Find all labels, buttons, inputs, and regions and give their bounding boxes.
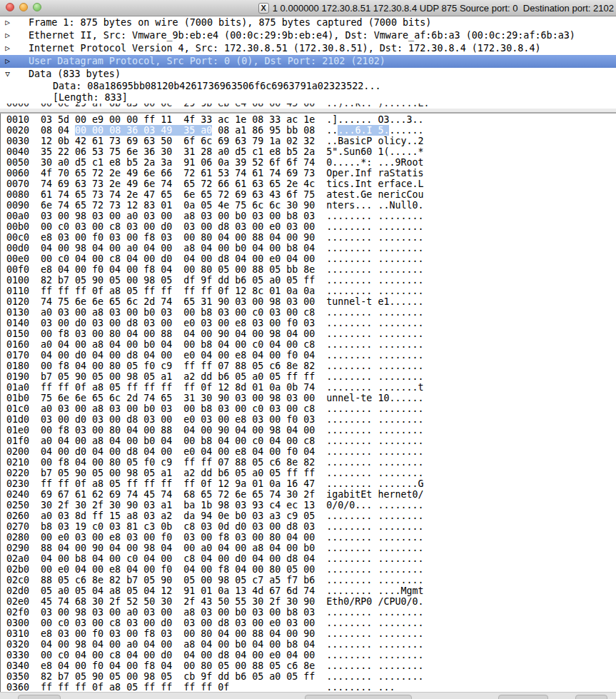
hex-row[interactable]: 0270 b8 03 19 c0 03 81 c3 0b c8 03 0d d0… xyxy=(6,521,616,532)
hex-text: 02a0 xyxy=(6,553,41,564)
minimize-button[interactable] xyxy=(19,3,28,11)
hex-row[interactable]: 0210 00 f8 04 00 80 05 f0 c9 ff ff 07 88… xyxy=(6,457,616,468)
hex-row[interactable]: 0060 4f 70 65 72 2e 49 6e 66 72 61 53 74… xyxy=(6,168,616,178)
hex-text: 0260 xyxy=(6,511,41,521)
hex-text: 0050 xyxy=(6,157,41,168)
tree-row[interactable]: [Length: 833] xyxy=(0,92,616,104)
hex-text: 00 f8 03 00 80 04 00 88 04 00 90 04 00 9… xyxy=(41,425,315,436)
hex-row[interactable]: 0030 12 0b 42 61 73 69 63 50 6f 6c 69 63… xyxy=(6,136,616,146)
hex-row[interactable]: 0120 74 75 6e 6e 65 6c 2d 74 65 31 90 03… xyxy=(6,296,616,307)
expander-expanded-icon[interactable]: ▽ xyxy=(2,68,13,81)
hex-row[interactable]: 00e0 00 c0 04 00 c8 04 00 d0 04 00 d8 04… xyxy=(6,253,616,264)
hex-row[interactable]: 0080 61 74 65 73 74 2e 47 65 6e 65 72 69… xyxy=(6,189,616,200)
hex-text: 0/0/0... ........ xyxy=(326,500,423,511)
hex-row[interactable]: 0110 ff ff ff 0f a8 05 ff ff ff ff 0f 12… xyxy=(6,286,616,296)
splitter-handle[interactable] xyxy=(0,109,616,114)
pane-splitter[interactable]: 0000 00 0c 29 af 6b a3 00 0c 29 9b eb e4… xyxy=(0,104,616,114)
zoom-button[interactable] xyxy=(33,3,41,11)
hex-text xyxy=(315,478,326,489)
hex-row[interactable]: 0230 ff ff 0f a8 05 ff ff ff ff 0f 12 9a… xyxy=(6,478,616,489)
hex-row[interactable]: 00d0 04 00 98 04 00 a0 04 00 a8 04 00 b0… xyxy=(6,243,616,253)
hex-text: ff ff ff 0f a8 05 ff ff ff ff 0f 12 8c 0… xyxy=(41,286,315,296)
hex-row[interactable]: 0310 e8 03 00 f0 03 00 f8 03 00 80 04 00… xyxy=(6,628,616,639)
hex-row[interactable]: 0130 a0 03 00 a8 03 00 b0 03 00 b8 03 00… xyxy=(6,307,616,318)
close-button[interactable] xyxy=(6,3,14,11)
hex-row[interactable]: 01a0 ff ff 0f a8 05 ff ff ff ff 0f 12 8d… xyxy=(6,382,616,393)
hex-row[interactable]: 01f0 a0 04 00 a8 04 00 b0 04 00 b8 04 00… xyxy=(6,436,616,446)
hex-row[interactable]: 01e0 00 f8 03 00 80 04 00 88 04 00 90 04… xyxy=(6,425,616,436)
hex-row[interactable]: 0010 03 5d 00 e9 00 00 ff 11 4f 33 ac 1e… xyxy=(6,114,616,125)
expander-collapsed-icon[interactable]: ▷ xyxy=(2,55,13,68)
hex-text xyxy=(315,682,326,693)
hex-row[interactable]: 0040 35 22 06 53 75 6e 36 30 31 28 a0 d5… xyxy=(6,146,616,157)
hex-text: 05 a0 05 04 a8 05 04 12 91 01 0a 13 4d 6… xyxy=(41,585,315,596)
hex-row[interactable]: 00b0 00 c0 03 00 c8 03 00 d0 03 00 d8 03… xyxy=(6,221,616,232)
hex-row[interactable]: 0200 04 00 d0 04 00 d8 04 00 e0 04 00 e8… xyxy=(6,446,616,457)
hex-text: 0350 xyxy=(6,671,41,682)
hex-text: 0340 xyxy=(6,660,41,671)
hex-text: 0230 xyxy=(6,478,41,489)
expander-collapsed-icon[interactable]: ▷ xyxy=(2,29,13,42)
hex-row[interactable]: 0330 00 c0 04 00 c8 04 00 d0 04 00 d8 04… xyxy=(6,650,616,660)
hex-row[interactable]: 01c0 a0 03 00 a8 03 00 b0 03 00 b8 03 00… xyxy=(6,403,616,414)
hex-row[interactable]: 0150 00 f8 03 00 80 04 00 88 04 00 90 04… xyxy=(6,328,616,339)
expander-collapsed-icon[interactable]: ▷ xyxy=(2,16,13,29)
hex-row[interactable]: 0220 b7 05 90 05 00 98 05 a1 a2 dd b6 05… xyxy=(6,468,616,478)
hex-row[interactable]: 0090 6e 74 65 72 73 12 83 01 0a 05 4e 75… xyxy=(6,200,616,211)
tree-row[interactable]: Data: 08a18695bb08120b4261736963506f6c69… xyxy=(0,81,616,92)
tree-row[interactable]: ▷Ethernet II, Src: Vmware_9b:eb:e4 (00:0… xyxy=(0,29,616,42)
hex-row[interactable]: 0250 30 2f 30 2f 30 90 03 a1 ba 1b 98 03… xyxy=(6,500,616,511)
hex-row[interactable]: 02b0 00 e0 04 00 e8 04 00 f0 04 00 f8 04… xyxy=(6,564,616,575)
hex-row[interactable]: 0300 00 c0 03 00 c8 03 00 d0 03 00 d8 03… xyxy=(6,618,616,628)
expander-collapsed-icon[interactable]: ▷ xyxy=(2,42,13,55)
hex-row[interactable]: 00f0 e8 04 00 f0 04 00 f8 04 00 80 05 00… xyxy=(6,264,616,275)
hex-row[interactable]: 0100 82 b7 05 90 05 00 98 05 df 9f dd b6… xyxy=(6,275,616,286)
hex-text: ........ ........ xyxy=(326,350,423,361)
status-bar-strip xyxy=(0,692,616,699)
hex-text: 0280 xyxy=(6,532,41,543)
hex-row[interactable]: 0190 b7 05 90 05 00 98 05 a1 a2 dd b6 05… xyxy=(6,371,616,382)
tree-row[interactable]: ▷Frame 1: 875 bytes on wire (7000 bits),… xyxy=(0,16,616,29)
hex-row[interactable]: 00c0 e8 03 00 f0 03 00 f8 03 00 80 04 00… xyxy=(6,232,616,243)
hex-row[interactable]: 00a0 03 00 98 03 00 a0 03 00 a8 03 00 b0… xyxy=(6,211,616,221)
hex-row[interactable]: 02f0 03 00 98 03 00 a0 03 00 a8 03 00 b0… xyxy=(6,607,616,618)
hex-text: ........ ........ xyxy=(326,414,423,425)
hex-text: ........ ........ xyxy=(326,618,423,628)
hex-row[interactable]: 0180 00 f8 04 00 80 05 f0 c9 ff ff 07 88… xyxy=(6,361,616,371)
titlebar[interactable]: X 1 0.000000 172.30.8.51 172.30.8.4 UDP … xyxy=(0,0,616,16)
hex-row[interactable]: 0340 e8 04 00 f0 04 00 f8 04 00 80 05 00… xyxy=(6,660,616,671)
hex-row[interactable]: 0070 74 69 63 73 2e 49 6e 74 65 72 66 61… xyxy=(6,178,616,189)
hex-row[interactable]: 0050 30 a0 d5 c1 e8 b5 2a 3a 91 06 0a 39… xyxy=(6,157,616,168)
hex-row[interactable]: 0350 82 b7 05 90 05 00 98 05 cb 9f dd b6… xyxy=(6,671,616,682)
hex-text xyxy=(315,339,326,350)
hex-row[interactable]: 0280 00 e0 03 00 e8 03 00 f0 03 00 f8 03… xyxy=(6,532,616,543)
hex-text: b7 05 90 05 00 98 05 a1 a2 dd b6 05 a0 0… xyxy=(41,371,315,382)
tree-row-selected[interactable]: ▷User Datagram Protocol, Src Port: 0 (0)… xyxy=(0,55,616,68)
hex-row[interactable]: 0320 04 00 98 04 00 a0 04 00 a8 04 00 b0… xyxy=(6,639,616,650)
hex-row[interactable]: 02e0 45 74 68 30 2f 52 50 30 2f 43 50 55… xyxy=(6,596,616,607)
hex-text: 02c0 xyxy=(6,575,41,585)
hex-row[interactable]: 02c0 88 05 c6 8e 82 b7 05 90 05 00 98 05… xyxy=(6,575,616,585)
statusbar-fragment xyxy=(498,695,548,699)
hex-row[interactable]: 0240 69 67 61 62 69 74 45 74 68 65 72 6e… xyxy=(6,489,616,500)
hex-text: 01f0 xyxy=(6,436,41,446)
hex-row[interactable]: 02a0 04 00 b8 04 00 c0 04 00 c8 04 00 d0… xyxy=(6,553,616,564)
hex-row[interactable]: 01d0 03 00 d0 03 00 d8 03 00 e0 03 00 e8… xyxy=(6,414,616,425)
hex-row[interactable]: 0020 08 04 00 00 08 36 03 49 35 a0 08 a1… xyxy=(6,125,616,136)
hex-text: ........ ........ xyxy=(326,521,423,532)
hex-text: ........ ........ xyxy=(326,232,423,243)
hex-row[interactable]: 01b0 75 6e 6e 65 6c 2d 74 65 31 30 90 03… xyxy=(6,393,616,403)
hex-row[interactable]: 0170 04 00 d0 04 00 d8 04 00 e0 04 00 e8… xyxy=(6,350,616,361)
hex-text: 0190 xyxy=(6,371,41,382)
hex-row[interactable]: 0290 88 04 00 90 04 00 98 04 00 a0 04 00… xyxy=(6,543,616,553)
hex-row[interactable]: 0260 a0 03 8d ff 15 a8 03 a2 da 94 0e b0… xyxy=(6,511,616,521)
hex-text: 01e0 xyxy=(6,425,41,436)
hex-row[interactable]: 0140 03 00 d0 03 00 d8 03 00 e0 03 00 e8… xyxy=(6,318,616,328)
hex-row[interactable]: 02d0 05 a0 05 04 a8 05 04 12 91 01 0a 13… xyxy=(6,585,616,596)
tree-row[interactable]: ▽Data (833 bytes) xyxy=(0,68,616,81)
tree-row[interactable]: ▷Internet Protocol Version 4, Src: 172.3… xyxy=(0,42,616,55)
hex-text: 0150 xyxy=(6,328,41,339)
hex-row[interactable]: 0160 a0 04 00 a8 04 00 b0 04 00 b8 04 00… xyxy=(6,339,616,350)
hex-row[interactable]: 0360 ff ff ff 0f a8 05 ff ff ff ff 0f ..… xyxy=(6,682,616,693)
hex-text: 00 c0 04 00 c8 04 00 d0 04 00 d8 04 00 e… xyxy=(41,253,315,264)
